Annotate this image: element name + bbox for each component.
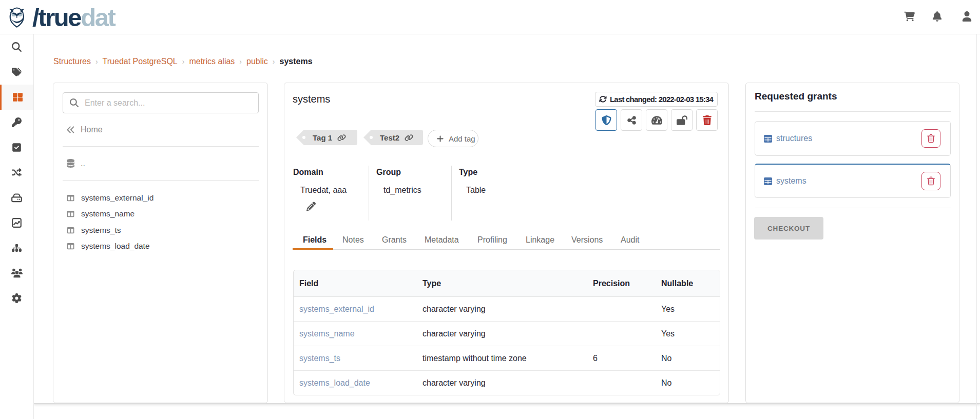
- svg-text:/truedat: /truedat: [32, 4, 116, 31]
